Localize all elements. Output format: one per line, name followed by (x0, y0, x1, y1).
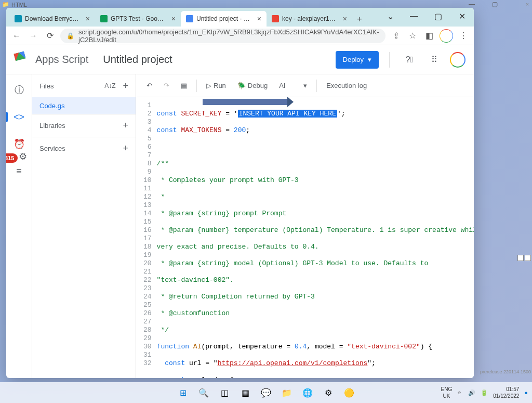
url-text: script.google.com/u/0/home/projects/1m_E… (78, 28, 379, 44)
snap-layout-icon[interactable] (517, 255, 524, 261)
close-icon[interactable]: × (257, 15, 261, 23)
menu-icon[interactable]: ⋮ (457, 30, 470, 42)
project-title[interactable]: Untitled project (103, 54, 329, 66)
code-editor[interactable]: 1234567891011121314151617181920212223242… (136, 97, 474, 378)
tab-title: Download Berrycast De... (25, 15, 81, 22)
snap-preview (517, 255, 531, 261)
chevron-down-icon[interactable]: ⌄ (381, 10, 399, 22)
back-button[interactable]: ← (10, 30, 23, 42)
help-icon[interactable]: ?⃝ (400, 50, 419, 69)
extensions-icon[interactable]: ◧ (423, 30, 435, 42)
function-select[interactable]: AI▾ (275, 78, 311, 94)
editor-toolbar: ↶ ↷ ▤ ▷ Run 🪲 Debug AI▾ Execution log (136, 74, 474, 97)
edge-icon[interactable]: 🌐 (298, 385, 317, 400)
files-panel: Files A↓Z + Code.gs Libraries + Services… (32, 74, 136, 378)
services-label: Services (39, 145, 65, 152)
pwa-min[interactable]: — (462, 1, 481, 7)
caret-down-icon: ▾ (368, 56, 371, 63)
tab-berrycast[interactable]: Download Berrycast De... × (9, 11, 95, 27)
tab-title: GPT3 Test - Google She... (111, 15, 166, 22)
profile-avatar[interactable] (440, 29, 453, 43)
add-service-button[interactable]: + (123, 143, 128, 154)
outer-window-pwa-buttons: — ▢ (462, 1, 504, 7)
apps-script-logo-icon (15, 53, 29, 67)
save-button[interactable]: ▤ (177, 78, 191, 94)
folder-icon: 📁 (2, 1, 9, 8)
minimize-button[interactable]: — (405, 10, 423, 22)
window-controls: ⌄ — ▢ ✕ (381, 10, 471, 22)
outer-window-buttons: × (524, 1, 531, 7)
code-content[interactable]: const SECRET_KEY = 'INSERT YOUR API KEY … (157, 97, 474, 378)
desktop-folder-label: 📁 HTML (2, 1, 27, 8)
add-file-button[interactable]: + (123, 81, 128, 92)
libraries-label: Libraries (39, 122, 65, 129)
close-icon[interactable]: × (343, 15, 347, 23)
tab-appsscript[interactable]: Untitled project - Proje... × (181, 11, 267, 27)
account-avatar[interactable] (450, 52, 466, 68)
clock[interactable]: 01:5701/12/2022 (493, 386, 519, 399)
run-button[interactable]: ▷ Run (202, 78, 230, 94)
snap-layout-icon[interactable] (525, 255, 531, 261)
address-bar[interactable]: 🔒 script.google.com/u/0/home/projects/1m… (60, 29, 385, 43)
taskview-button[interactable]: ◫ (215, 385, 234, 400)
browser-window: Download Berrycast De... × GPT3 Test - G… (6, 8, 474, 378)
debug-button[interactable]: 🪲 Debug (233, 78, 272, 94)
rail-overview[interactable]: ⓘ (10, 81, 29, 99)
apps-grid-icon[interactable]: ⠿ (425, 50, 444, 69)
favicon-icon (186, 15, 193, 22)
tab-gmail[interactable]: key - alexplayer1983@g... × (267, 11, 352, 27)
reload-button[interactable]: ⟳ (44, 30, 56, 42)
language-indicator[interactable]: ENGUK (441, 386, 453, 399)
browser-toolbar: ← → ⟳ 🔒 script.google.com/u/0/home/proje… (6, 27, 474, 45)
browser-tabstrip: Download Berrycast De... × GPT3 Test - G… (6, 8, 474, 27)
outer-close[interactable]: × (524, 1, 531, 7)
wifi-icon[interactable]: ᯤ (457, 389, 463, 396)
execution-log-button[interactable]: Execution log (322, 78, 371, 94)
close-button[interactable]: ✕ (453, 10, 471, 22)
caret-down-icon: ▾ (303, 82, 307, 89)
favicon-icon (15, 15, 22, 22)
explorer-icon[interactable]: 📁 (277, 385, 296, 400)
close-icon[interactable]: × (86, 15, 90, 23)
widgets-button[interactable]: ▦ (236, 385, 255, 400)
share-icon[interactable]: ⇪ (390, 30, 402, 42)
deploy-button[interactable]: Deploy ▾ (336, 51, 379, 69)
left-rail: ⓘ <> ⏰ ≡ ⚙ 315 (6, 74, 32, 378)
tab-sheets[interactable]: GPT3 Test - Google She... × (95, 11, 181, 27)
close-icon[interactable]: × (171, 15, 176, 23)
tab-title: key - alexplayer1983@g... (282, 15, 338, 22)
rail-editor[interactable]: <> (10, 108, 29, 126)
start-button[interactable]: ⊞ (174, 385, 192, 400)
battery-icon[interactable]: 🔋 (481, 389, 488, 396)
annotation-arrow (203, 99, 288, 105)
sort-icon[interactable]: A↓Z (104, 82, 115, 89)
volume-icon[interactable]: 🔊 (468, 389, 475, 396)
editor-wrap: ↶ ↷ ▤ ▷ Run 🪲 Debug AI▾ Execution log 12… (136, 74, 474, 378)
notifications-icon[interactable]: ● (524, 389, 528, 396)
libraries-section[interactable]: Libraries + (32, 114, 136, 137)
forward-button[interactable]: → (27, 30, 39, 42)
files-header: Files A↓Z + (32, 74, 136, 97)
undo-button[interactable]: ↶ (142, 78, 156, 94)
search-button[interactable]: 🔍 (194, 385, 213, 400)
file-code-gs[interactable]: Code.gs (32, 97, 136, 114)
line-gutter: 1234567891011121314151617181920212223242… (136, 97, 157, 378)
maximize-button[interactable]: ▢ (429, 10, 447, 22)
taskbar-apps: ⊞ 🔍 ◫ ▦ 💬 📁 🌐 ⚙ 🟡 (174, 385, 358, 400)
prerelease-text: prerelease 220114-1500 (480, 369, 531, 374)
new-tab-button[interactable]: + (352, 12, 367, 27)
tab-title: Untitled project - Proje... (196, 15, 252, 22)
chrome-icon[interactable]: 🟡 (340, 385, 358, 400)
taskbar: ⊞ 🔍 ◫ ▦ 💬 📁 🌐 ⚙ 🟡 ENGUK ᯤ 🔊 🔋 01:5701/12… (0, 382, 532, 403)
lock-icon: 🔒 (66, 32, 74, 40)
redo-button[interactable]: ↷ (159, 78, 174, 94)
favicon-icon (100, 15, 108, 22)
taskbar-right: ENGUK ᯤ 🔊 🔋 01:5701/12/2022 ● (441, 386, 528, 399)
services-section[interactable]: Services + (32, 137, 136, 160)
add-library-button[interactable]: + (123, 120, 128, 131)
steam-icon[interactable]: ⚙ (319, 385, 338, 400)
pwa-max[interactable]: ▢ (485, 1, 504, 7)
files-label: Files (39, 82, 54, 90)
chat-icon[interactable]: 💬 (257, 385, 275, 400)
bookmark-icon[interactable]: ☆ (406, 30, 419, 42)
